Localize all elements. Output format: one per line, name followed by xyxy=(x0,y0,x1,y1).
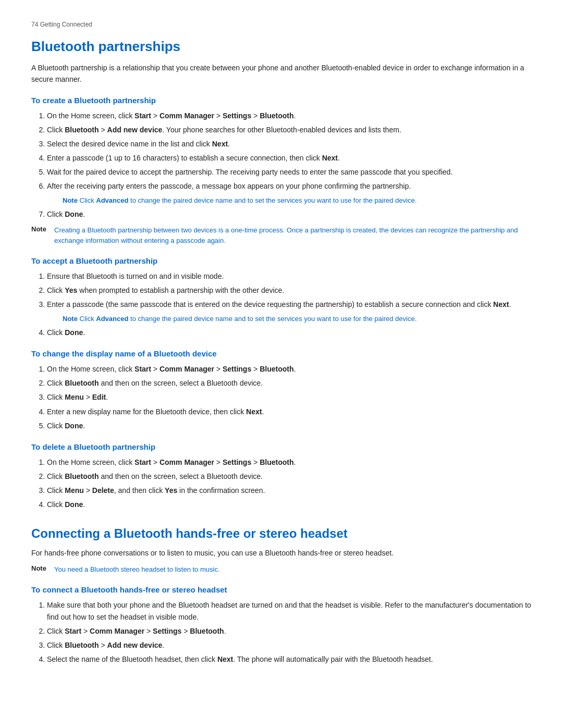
change-step-5: Click Done. xyxy=(47,420,532,432)
subsection-connect-title: To connect a Bluetooth hands-free or ste… xyxy=(31,585,532,594)
section2-intro: For hands-free phone conversations or to… xyxy=(31,547,532,559)
connect-step-1: Make sure that both your phone and the B… xyxy=(47,599,532,623)
delete-step-3: Click Menu > Delete, and then click Yes … xyxy=(47,485,532,497)
connect-steps-list: Make sure that both your phone and the B… xyxy=(47,599,532,665)
delete-step-2: Click Bluetooth and then on the screen, … xyxy=(47,471,532,483)
create-step-1: On the Home screen, click Start > Comm M… xyxy=(47,110,532,122)
page-container: 74 Getting Connected Bluetooth partnersh… xyxy=(0,0,563,700)
subsection-accept-title: To accept a Bluetooth partnership xyxy=(31,256,532,265)
accept-steps-list: Ensure that Bluetooth is turned on and i… xyxy=(47,270,532,339)
accept-note-inline: Note Click Advanced to change the paired… xyxy=(63,313,532,325)
create-step-3: Select the desired device name in the li… xyxy=(47,138,532,150)
change-step-2: Click Bluetooth and then on the screen, … xyxy=(47,377,532,389)
accept-step-1: Ensure that Bluetooth is turned on and i… xyxy=(47,270,532,282)
connect-step-3: Click Bluetooth > Add new device. xyxy=(47,639,532,651)
subsection-delete-title: To delete a Bluetooth partnership xyxy=(31,442,532,451)
create-step-6: After the receiving party enters the pas… xyxy=(47,180,532,206)
accept-step-4: Click Done. xyxy=(47,327,532,339)
create-steps-list: On the Home screen, click Start > Comm M… xyxy=(47,110,532,221)
accept-step-3: Enter a passcode (the same passcode that… xyxy=(47,299,532,325)
subsection-create-title: To create a Bluetooth partnership xyxy=(31,96,532,105)
section1-title: Bluetooth partnerships xyxy=(31,39,532,55)
create-step-7: Click Done. xyxy=(47,208,532,220)
change-steps-list: On the Home screen, click Start > Comm M… xyxy=(47,363,532,431)
delete-steps-list: On the Home screen, click Start > Comm M… xyxy=(47,456,532,511)
create-note-inline: Note Click Advanced to change the paired… xyxy=(63,194,532,206)
create-step-5: Wait for the paired device to accept the… xyxy=(47,166,532,178)
section1-intro: A Bluetooth partnership is a relationshi… xyxy=(31,62,532,85)
create-step-4: Enter a passcode (1 up to 16 characters)… xyxy=(47,152,532,164)
change-step-1: On the Home screen, click Start > Comm M… xyxy=(47,363,532,375)
delete-step-1: On the Home screen, click Start > Comm M… xyxy=(47,456,532,468)
section2-note: Note You need a Bluetooth stereo headset… xyxy=(31,564,532,575)
page-number: 74 Getting Connected xyxy=(31,21,532,28)
section2-title: Connecting a Bluetooth hands-free or ste… xyxy=(31,526,532,541)
delete-step-4: Click Done. xyxy=(47,499,532,511)
subsection-change-title: To change the display name of a Bluetoot… xyxy=(31,349,532,358)
connect-step-2: Click Start > Comm Manager > Settings > … xyxy=(47,625,532,637)
change-step-4: Enter a new display name for the Bluetoo… xyxy=(47,406,532,418)
connect-step-4: Select the name of the Bluetooth headset… xyxy=(47,653,532,665)
accept-step-2: Click Yes when prompted to establish a p… xyxy=(47,285,532,297)
create-step-2: Click Bluetooth > Add new device. Your p… xyxy=(47,124,532,136)
create-note-bottom-label: Note xyxy=(31,225,51,233)
section2-note-label: Note xyxy=(31,564,51,572)
create-note-bottom: Note Creating a Bluetooth partnership be… xyxy=(31,225,532,246)
change-step-3: Click Menu > Edit. xyxy=(47,391,532,403)
